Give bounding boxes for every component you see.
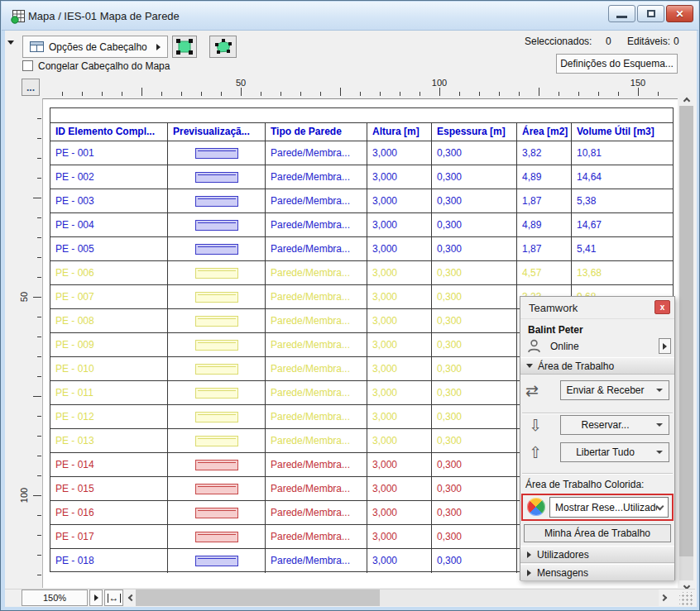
cell-area[interactable]: 1,87 [517,237,572,260]
header-cell[interactable]: Altura [m] [367,123,432,141]
cell-altura[interactable]: 3,000 [367,405,432,428]
cell-preview[interactable] [168,165,266,189]
minimize-button[interactable] [608,5,635,22]
vertical-scrollbar[interactable] [679,93,693,594]
cell-altura[interactable]: 3,000 [367,261,432,284]
cell-tipo[interactable]: Parede/Membra... [266,549,367,573]
cell-altura[interactable]: 3,000 [367,213,432,236]
cell-area[interactable]: 4,57 [517,261,572,284]
cell-altura[interactable]: 3,000 [367,381,432,404]
cell-tipo[interactable]: Parede/Membra... [266,261,367,284]
scroll-left-button[interactable] [125,590,136,606]
cell-preview[interactable] [168,357,266,380]
cell-id[interactable]: PE - 004 [50,213,168,236]
cell-espessura[interactable]: 0,300 [432,453,517,476]
cell-tipo[interactable]: Parede/Membra... [266,477,367,500]
send-receive-button[interactable]: Enviar & Receber [560,380,650,400]
cell-tipo[interactable]: Parede/Membra... [266,213,367,236]
cell-altura[interactable]: 3,000 [367,525,432,548]
cell-espessura[interactable]: 0,300 [432,333,517,356]
cell-preview[interactable] [168,549,266,573]
cell-tipo[interactable]: Parede/Membra... [266,357,367,380]
cell-preview[interactable] [168,213,266,236]
restore-button[interactable] [637,5,664,22]
cell-id[interactable]: PE - 002 [50,165,168,189]
reserve-button[interactable]: Reservar... [560,415,650,435]
cell-id[interactable]: PE - 010 [50,357,168,380]
cell-espessura[interactable]: 0,300 [432,165,517,189]
fit-in-window-button[interactable]: ↔ [104,590,123,606]
header-cell[interactable]: Previsualizaçã... [168,123,266,141]
cell-altura[interactable]: 3,000 [367,285,432,308]
cell-area[interactable]: 4,89 [517,165,572,189]
online-flyout-button[interactable] [659,338,671,354]
cell-tipo[interactable]: Parede/Membra... [266,309,367,332]
users-section-header[interactable]: Utilizadores [520,546,674,563]
header-cell[interactable]: ID Elemento Compl... [50,123,168,141]
cell-espessura[interactable]: 0,300 [432,285,517,308]
cell-preview[interactable] [168,477,266,500]
cell-altura[interactable]: 3,000 [367,189,432,212]
messages-section-header[interactable]: Mensagens [520,564,674,581]
freeze-header-checkbox[interactable] [22,60,33,71]
cell-preview[interactable] [168,309,266,332]
palette-title-bar[interactable]: Teamwork x [520,297,674,319]
cell-preview[interactable] [168,429,266,452]
cell-area[interactable]: 3,82 [517,141,572,165]
cell-espessura[interactable]: 0,300 [432,189,517,212]
cell-preview[interactable] [168,237,266,260]
zoom-level-button[interactable]: 150% [22,590,88,606]
cell-volume[interactable]: 5,38 [572,189,674,212]
cell-altura[interactable]: 3,000 [367,309,432,332]
scroll-right-button[interactable] [659,590,670,606]
cell-id[interactable]: PE - 006 [50,261,168,284]
header-cell[interactable]: Área [m2] [517,123,572,141]
cell-altura[interactable]: 3,000 [367,357,432,380]
release-all-dropdown[interactable] [650,442,669,462]
show-reservations-combobox[interactable]: Mostrar Rese...Utilizadores [549,497,669,518]
cell-espessura[interactable]: 0,300 [432,357,517,380]
header-cell[interactable]: Tipo de Parede [266,123,367,141]
resize-grip[interactable] [679,592,693,605]
cell-id[interactable]: PE - 018 [50,549,168,573]
cell-id[interactable]: PE - 005 [50,237,168,260]
cell-espessura[interactable]: 0,300 [432,141,517,165]
horizontal-scrollbar-thumb[interactable] [136,590,380,606]
cell-altura[interactable]: 3,000 [367,501,432,524]
cell-preview[interactable] [168,525,266,548]
cell-altura[interactable]: 3,000 [367,477,432,500]
cell-tipo[interactable]: Parede/Membra... [266,165,367,189]
cell-area[interactable]: 4,89 [517,213,572,236]
cell-espessura[interactable]: 0,300 [432,477,517,500]
cell-altura[interactable]: 3,000 [367,549,432,573]
cell-id[interactable]: PE - 014 [50,453,168,476]
vertical-scrollbar-track[interactable] [679,556,693,580]
cell-tipo[interactable]: Parede/Membra... [266,381,367,404]
cell-area[interactable]: 1,87 [517,189,572,212]
cell-altura[interactable]: 3,000 [367,333,432,356]
reserve-dropdown[interactable] [650,415,669,435]
cell-espessura[interactable]: 0,300 [432,237,517,260]
cell-espessura[interactable]: 0,300 [432,549,517,573]
cell-preview[interactable] [168,333,266,356]
cell-tipo[interactable]: Parede/Membra... [266,429,367,452]
select-rectangle-button[interactable] [172,36,197,58]
cell-id[interactable]: PE - 008 [50,309,168,332]
cell-tipo[interactable]: Parede/Membra... [266,405,367,428]
cell-preview[interactable] [168,405,266,428]
cell-tipo[interactable]: Parede/Membra... [266,453,367,476]
teamwork-palette[interactable]: Teamwork x Balint Peter Online Área de T… [520,296,675,580]
cell-id[interactable]: PE - 015 [50,477,168,500]
cell-espessura[interactable]: 0,300 [432,213,517,236]
cell-preview[interactable] [168,381,266,404]
pane-menu-caret-icon[interactable] [7,41,14,45]
workspace-section-header[interactable]: Área de Trabalho [520,357,674,375]
cell-preview[interactable] [168,453,266,476]
cell-tipo[interactable]: Parede/Membra... [266,237,367,260]
header-options-button[interactable]: Opções de Cabeçalho [22,36,168,58]
cell-espessura[interactable]: 0,300 [432,429,517,452]
header-cell[interactable]: Espessura [m] [432,123,517,141]
cell-preview[interactable] [168,285,266,308]
cell-altura[interactable]: 3,000 [367,165,432,189]
release-all-button[interactable]: Libertar Tudo [560,442,650,462]
